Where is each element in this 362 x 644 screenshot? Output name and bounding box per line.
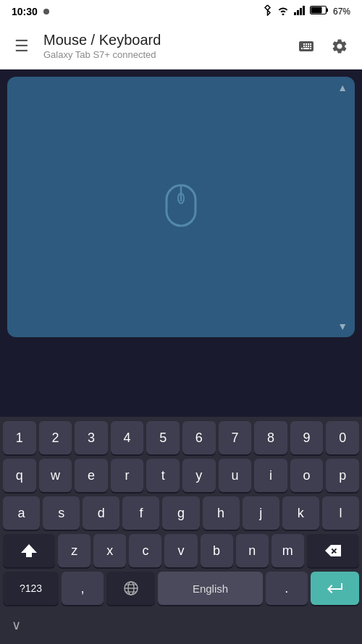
app-subtitle: Galaxy Tab S7+ connected xyxy=(43,49,284,60)
comma-key[interactable]: , xyxy=(62,572,104,605)
key-r[interactable]: r xyxy=(111,459,144,492)
key-y[interactable]: y xyxy=(182,459,216,492)
status-bar-left: 10:30 xyxy=(12,6,49,17)
svg-marker-10 xyxy=(21,544,37,557)
status-time: 10:30 xyxy=(12,6,38,17)
key-8[interactable]: 8 xyxy=(254,421,287,454)
symbol-key[interactable]: ?123 xyxy=(3,572,59,605)
enter-key[interactable] xyxy=(311,572,359,605)
svg-rect-1 xyxy=(297,10,299,15)
key-v[interactable]: v xyxy=(164,534,197,567)
key-9[interactable]: 9 xyxy=(290,421,324,454)
status-indicator-dot xyxy=(43,9,49,14)
zxcv-row: z x c v b n m xyxy=(3,534,359,567)
space-key[interactable]: English xyxy=(158,572,262,605)
key-2[interactable]: 2 xyxy=(39,421,72,454)
bluetooth-icon xyxy=(263,4,272,19)
menu-button[interactable]: ☰ xyxy=(9,37,35,56)
key-6[interactable]: 6 xyxy=(182,421,216,454)
key-j[interactable]: j xyxy=(243,496,279,530)
settings-icon[interactable] xyxy=(326,33,353,60)
svg-rect-5 xyxy=(326,9,328,12)
key-p[interactable]: p xyxy=(326,459,359,492)
svg-rect-3 xyxy=(303,6,305,15)
battery-icon xyxy=(310,5,329,18)
battery-percent: 67% xyxy=(333,7,350,17)
key-z[interactable]: z xyxy=(58,534,90,567)
trackpad-area[interactable]: ▲ ▼ xyxy=(7,77,355,337)
keyboard-container: 1 2 3 4 5 6 7 8 9 0 q w e r t y u i o p … xyxy=(0,417,362,644)
number-row: 1 2 3 4 5 6 7 8 9 0 xyxy=(3,421,359,454)
hide-keyboard-button[interactable]: ∨ xyxy=(12,617,21,633)
key-k[interactable]: k xyxy=(282,496,319,530)
key-b[interactable]: b xyxy=(201,534,233,567)
key-m[interactable]: m xyxy=(272,534,304,567)
key-w[interactable]: w xyxy=(39,459,72,492)
key-g[interactable]: g xyxy=(162,496,199,530)
keyboard-icon[interactable] xyxy=(292,33,320,60)
app-bar: ☰ Mouse / Keyboard Galaxy Tab S7+ connec… xyxy=(0,23,362,69)
globe-key[interactable] xyxy=(106,572,155,605)
key-4[interactable]: 4 xyxy=(111,421,144,454)
scroll-up-arrow[interactable]: ▲ xyxy=(337,82,348,93)
bottom-row: ?123 , English . xyxy=(3,572,359,605)
status-bar-right: 67% xyxy=(263,4,350,19)
wifi-icon xyxy=(277,5,290,18)
key-i[interactable]: i xyxy=(254,459,287,492)
key-0[interactable]: 0 xyxy=(326,421,359,454)
key-3[interactable]: 3 xyxy=(75,421,108,454)
backspace-key[interactable] xyxy=(307,534,359,567)
app-bar-actions xyxy=(292,33,353,60)
app-title: Mouse / Keyboard xyxy=(43,32,284,48)
key-f[interactable]: f xyxy=(122,496,159,530)
qwerty-row: q w e r t y u i o p xyxy=(3,459,359,492)
svg-rect-6 xyxy=(311,7,321,14)
status-bar: 10:30 xyxy=(0,0,362,23)
key-o[interactable]: o xyxy=(290,459,324,492)
asdf-row: a s d f g h j k l xyxy=(3,496,359,530)
app-bar-title-block: Mouse / Keyboard Galaxy Tab S7+ connecte… xyxy=(43,32,284,60)
period-key[interactable]: . xyxy=(266,572,308,605)
signal-icon xyxy=(294,5,306,18)
key-e[interactable]: e xyxy=(75,459,108,492)
mouse-cursor-icon xyxy=(164,182,198,232)
key-h[interactable]: h xyxy=(203,496,240,530)
shift-key[interactable] xyxy=(3,534,55,567)
svg-rect-0 xyxy=(294,12,296,15)
key-x[interactable]: x xyxy=(93,534,126,567)
svg-rect-2 xyxy=(300,8,302,15)
key-d[interactable]: d xyxy=(83,496,119,530)
key-q[interactable]: q xyxy=(3,459,36,492)
key-5[interactable]: 5 xyxy=(146,421,180,454)
key-n[interactable]: n xyxy=(236,534,269,567)
key-1[interactable]: 1 xyxy=(3,421,36,454)
key-c[interactable]: c xyxy=(129,534,161,567)
key-t[interactable]: t xyxy=(146,459,180,492)
key-s[interactable]: s xyxy=(43,496,80,530)
key-a[interactable]: a xyxy=(3,496,40,530)
key-7[interactable]: 7 xyxy=(219,421,252,454)
key-l[interactable]: l xyxy=(322,496,359,530)
keyboard-bottom-bar: ∨ xyxy=(3,609,359,641)
scroll-down-arrow[interactable]: ▼ xyxy=(337,321,348,331)
key-u[interactable]: u xyxy=(219,459,252,492)
